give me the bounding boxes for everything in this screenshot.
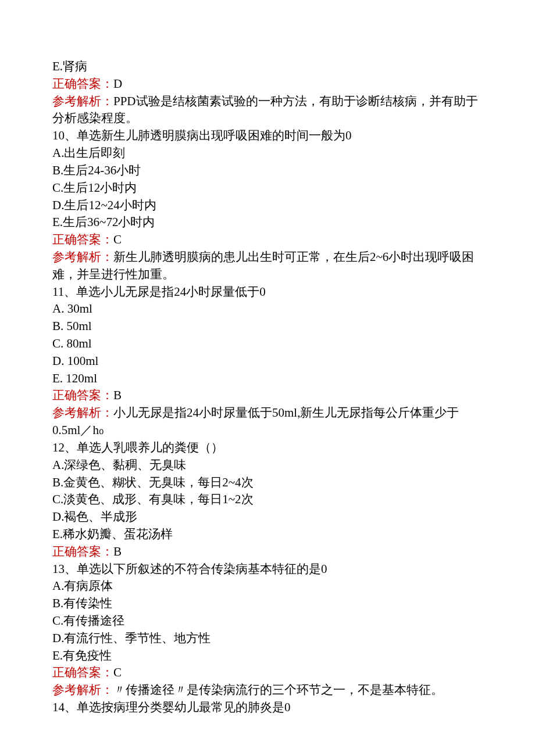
q12-option-a: A.深绿色、黏稠、无臭味 <box>52 457 483 474</box>
q13-option-b: B.有传染性 <box>52 595 483 612</box>
q10-explain: 参考解析：新生儿肺透明膜病的患儿出生时可正常，在生后2~6小时出现呼吸困难，并呈… <box>52 249 483 284</box>
q10-option-d: D.生后12~24小时内 <box>52 197 483 214</box>
q11-answer-line: 正确答案：B <box>52 387 483 404</box>
q12-option-e: E.稀水奶瓣、蛋花汤样 <box>52 526 483 543</box>
q9-explain: 参考解析：PPD试验是结核菌素试验的一种方法，有助于诊断结核病，并有助于分析感染… <box>52 93 483 128</box>
q13-answer-line: 正确答案：C <box>52 664 483 682</box>
q12-option-c: C.淡黄色、成形、有臭味，每日1~2次 <box>52 491 483 508</box>
explain-text: PPD试验是结核菌素试验的一种方法，有助于诊断结核病，并有助于分析感染程度。 <box>52 94 478 126</box>
q13-option-d: D.有流行性、季节性、地方性 <box>52 630 483 647</box>
q10-answer-line: 正确答案：C <box>52 231 483 249</box>
q13-option-e: E.有免疫性 <box>52 647 483 665</box>
explain-label: 参考解析： <box>52 683 113 697</box>
q12-option-d: D.褐色、半成形 <box>52 508 483 526</box>
answer-value: D <box>113 77 122 91</box>
q11-option-e: E. 120ml <box>52 370 483 388</box>
answer-label: 正确答案： <box>52 665 113 679</box>
q13-explain: 参考解析：〃传播途径〃是传染病流行的三个环节之一，不是基本特征。 <box>52 682 483 699</box>
answer-label: 正确答案： <box>52 232 113 246</box>
q10-option-a: A.出生后即刻 <box>52 145 483 162</box>
q10-option-b: B.生后24-36小时 <box>52 162 483 180</box>
answer-value: C <box>113 665 122 679</box>
q14-stem: 14、单选按病理分类婴幼儿最常见的肺炎是0 <box>52 699 483 716</box>
q11-stem: 11、单选小儿无尿是指24小时尿量低于0 <box>52 284 483 301</box>
q11-option-d: D. 100ml <box>52 353 483 370</box>
q13-option-a: A.有病原体 <box>52 578 483 595</box>
q12-answer-line: 正确答案：B <box>52 543 483 561</box>
explain-label: 参考解析： <box>52 406 113 420</box>
document-page: E.肾病 正确答案：D 参考解析：PPD试验是结核菌素试验的一种方法，有助于诊断… <box>0 0 535 756</box>
q12-stem: 12、单选人乳喂养儿的粪便（） <box>52 439 483 457</box>
answer-label: 正确答案： <box>52 388 113 402</box>
explain-label: 参考解析： <box>52 250 113 264</box>
q11-option-a: A. 30ml <box>52 300 483 318</box>
q10-stem: 10、单选新生儿肺透明膜病出现呼吸困难的时间一般为0 <box>52 127 483 145</box>
explain-text: 新生儿肺透明膜病的患儿出生时可正常，在生后2~6小时出现呼吸困难，并呈进行性加重… <box>52 250 474 281</box>
q11-explain: 参考解析：小儿无尿是指24小时尿量低于50ml,新生儿无尿指每公斤体重少于0.5… <box>52 404 483 439</box>
q11-option-c: C. 80ml <box>52 335 483 353</box>
answer-label: 正确答案： <box>52 544 113 558</box>
answer-label: 正确答案： <box>52 77 113 91</box>
answer-value: B <box>113 388 122 402</box>
answer-value: B <box>113 544 122 558</box>
q12-option-b: B.金黄色、糊状、无臭味，每日2~4次 <box>52 474 483 492</box>
answer-value: C <box>113 232 122 246</box>
q9-answer-line: 正确答案：D <box>52 76 483 93</box>
q13-stem: 13、单选以下所叙述的不符合传染病基本特征的是0 <box>52 561 483 578</box>
q9-option-e: E.肾病 <box>52 58 483 76</box>
q10-option-c: C.生后12小时内 <box>52 180 483 197</box>
q13-option-c: C.有传播途径 <box>52 612 483 630</box>
q11-option-b: B. 50ml <box>52 318 483 335</box>
explain-label: 参考解析： <box>52 94 113 108</box>
explain-text: 〃传播途径〃是传染病流行的三个环节之一，不是基本特征。 <box>113 683 443 697</box>
q10-option-e: E.生后36~72小时内 <box>52 214 483 231</box>
explain-text: 小儿无尿是指24小时尿量低于50ml,新生儿无尿指每公斤体重少于0.5ml／h₀ <box>52 406 459 437</box>
